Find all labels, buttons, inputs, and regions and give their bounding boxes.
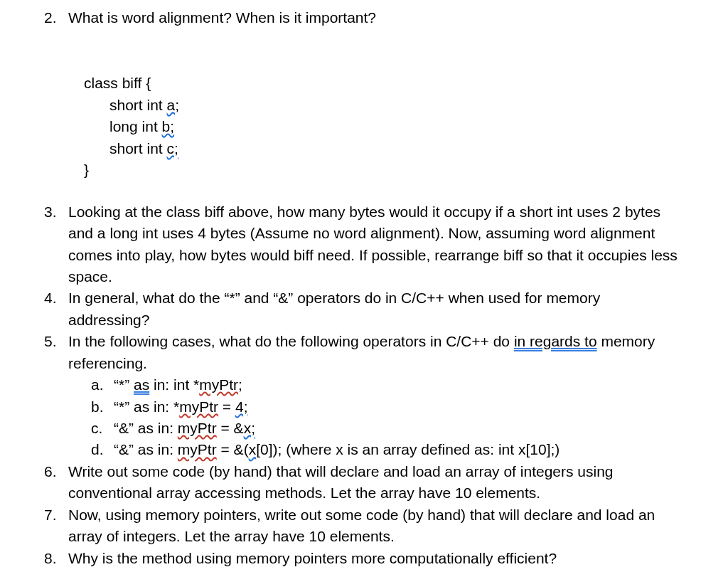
q5-text-a: In the following cases, what do the foll…	[68, 333, 514, 349]
code-line-3: long int b;	[84, 116, 685, 137]
q5b-p2: =	[218, 398, 235, 415]
spacer	[43, 28, 685, 73]
q8-number: 8.	[43, 548, 68, 569]
q5d-p3: [0]); (where x is an array defined as: i…	[256, 441, 560, 457]
q2-text: What is word alignment? When is it impor…	[68, 7, 685, 28]
code-line-4: short int c;	[84, 138, 685, 159]
code-l4-var: c;	[167, 140, 178, 157]
q4-number: 4.	[43, 287, 68, 331]
code-line-1: class biff {	[84, 73, 685, 94]
q5a-content: “*” as in: int *myPtr;	[114, 374, 242, 396]
code-l3-keyword: long int	[109, 118, 162, 134]
q5d-content: “&” as in: myPtr = &(x[0]); (where x is …	[114, 439, 560, 460]
q7-text: Now, using memory pointers, write out so…	[68, 504, 685, 548]
q5d-p1: “&” as in:	[114, 441, 178, 457]
q3-number: 3.	[43, 201, 68, 288]
q5c-letter: c.	[91, 418, 114, 439]
q2-number: 2.	[43, 7, 68, 28]
q5-item-c: c. “&” as in: myPtr = &x;	[68, 418, 685, 439]
q8-text: Why is the method using memory pointers …	[68, 548, 685, 569]
q5b-4: 4;	[235, 398, 248, 415]
q5b-p1: “*” as in: *	[114, 398, 179, 415]
q5b-letter: b.	[91, 396, 114, 418]
q5a-p3: ;	[238, 376, 242, 393]
code-l3-var: b;	[162, 118, 175, 134]
q5c-x: x;	[244, 420, 255, 436]
q5a-as: as	[134, 376, 149, 393]
q5-item-a: a. “*” as in: int *myPtr;	[68, 374, 685, 396]
code-l2-keyword: short int	[109, 97, 167, 113]
q5c-p2: = &	[217, 420, 244, 436]
code-l2-var: a;	[167, 97, 180, 113]
q5-item-b: b. “*” as in: *myPtr = 4;	[68, 396, 685, 418]
q6-text: Write out some code (by hand) that will …	[68, 461, 685, 504]
q5a-p1: “*”	[114, 376, 134, 393]
code-line-5: }	[84, 159, 685, 181]
code-block: class biff { short int a; long int b; sh…	[43, 73, 685, 181]
question-3: 3. Looking at the class biff above, how …	[43, 201, 685, 288]
q5d-x: x	[249, 441, 257, 457]
q7-number: 7.	[43, 504, 68, 548]
question-5: 5. In the following cases, what do the f…	[43, 331, 685, 461]
q5d-p2: = &(	[217, 441, 249, 457]
code-line-2: short int a;	[84, 95, 685, 116]
q5-item-d: d. “&” as in: myPtr = &(x[0]); (where x …	[68, 439, 685, 460]
question-7: 7. Now, using memory pointers, write out…	[43, 504, 685, 548]
q5a-letter: a.	[91, 374, 114, 396]
question-8: 8. Why is the method using memory pointe…	[43, 548, 685, 569]
q6-number: 6.	[43, 461, 68, 504]
q5c-p1: “&” as in:	[114, 420, 178, 436]
q5a-p2: in: int *	[149, 376, 199, 393]
q5-number: 5.	[43, 331, 68, 461]
q4-text: In general, what do the “*” and “&” oper…	[68, 287, 685, 331]
code-l4-keyword: short int	[109, 140, 167, 157]
q5d-letter: d.	[91, 439, 114, 460]
q3-text: Looking at the class biff above, how man…	[68, 201, 685, 288]
question-4: 4. In general, what do the “*” and “&” o…	[43, 287, 685, 331]
q5-text-underlined: in regards to	[514, 333, 597, 349]
q5b-myptr: myPtr	[179, 398, 218, 415]
q5-body: In the following cases, what do the foll…	[68, 331, 685, 461]
q5c-myptr: myPtr	[178, 420, 217, 436]
question-2: 2. What is word alignment? When is it im…	[43, 7, 685, 28]
question-6: 6. Write out some code (by hand) that wi…	[43, 461, 685, 504]
q5b-content: “*” as in: *myPtr = 4;	[114, 396, 247, 418]
q5d-myptr: myPtr	[178, 441, 217, 457]
q5a-myptr: myPtr	[199, 376, 238, 393]
q5c-content: “&” as in: myPtr = &x;	[114, 418, 255, 439]
